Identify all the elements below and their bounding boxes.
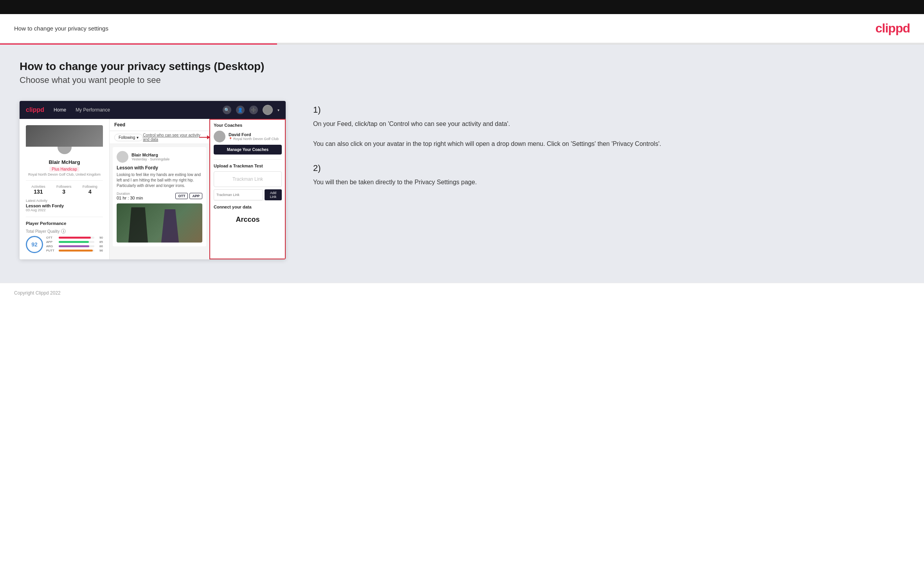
- red-arrow-indicator: [199, 135, 210, 139]
- page-heading: How to change your privacy settings (Des…: [20, 60, 904, 73]
- add-icon[interactable]: ➕: [249, 106, 258, 114]
- trackman-title: Upload a Trackman Test: [214, 164, 282, 168]
- instruction-step-2: 2) You will then be taken directly to th…: [313, 163, 897, 187]
- latest-activity-label: Latest Activity: [26, 199, 103, 203]
- profile-stats: Activities 131 Followers 3 Following 4: [26, 180, 103, 195]
- nav-avatar-chevron: ▾: [277, 108, 279, 112]
- demo-section: clippd Home My Performance 🔍 👤 ➕ ▾: [20, 101, 904, 259]
- post-user-avatar: [117, 151, 128, 163]
- quality-row: 92 OTT 90 APP 85: [26, 236, 103, 253]
- feed-control-row: Following ▾ Control who can see your act…: [110, 131, 209, 144]
- coach-name: David Ford: [229, 132, 279, 137]
- trackman-link-placeholder: Trackman Link: [214, 171, 282, 187]
- copyright-text: Copyright Clippd 2022: [14, 290, 61, 296]
- player-perf-title: Player Performance: [26, 221, 103, 226]
- coach-club: 📍 Royal North Devon Golf Club: [229, 137, 279, 141]
- right-panel-wrapper: Your Coaches David Ford 📍 Royal North De…: [209, 119, 286, 259]
- instructions-panel: 1) On your Feed, click/tap on 'Control w…: [305, 101, 904, 205]
- profile-club: Royal North Devon Golf Club, United King…: [26, 173, 103, 176]
- stat-activities: Activities 131: [31, 185, 45, 195]
- control-privacy-link[interactable]: Control who can see your activity and da…: [143, 133, 205, 142]
- profile-panel: Blair McHarg Plus Handicap Royal North D…: [20, 119, 110, 259]
- duration-row: Duration 01 hr : 30 min OTT APP: [117, 192, 202, 200]
- duration-info: Duration 01 hr : 30 min: [117, 192, 143, 200]
- app-nav-logo: clippd: [26, 106, 44, 113]
- step-1-text: On your Feed, click/tap on 'Control who …: [313, 119, 897, 149]
- tag-ott[interactable]: OTT: [175, 193, 188, 199]
- coach-info: David Ford 📍 Royal North Devon Golf Club: [229, 132, 279, 141]
- post-tags: OTT APP: [175, 193, 202, 199]
- stat-followers: Followers 3: [56, 185, 72, 195]
- add-link-button[interactable]: Add Link: [265, 189, 282, 200]
- post-meta: Yesterday · Sunningdale: [131, 157, 169, 161]
- quality-bars: OTT 90 APP 85 ARG: [46, 236, 103, 253]
- profile-badge: Plus Handicap: [49, 167, 79, 172]
- connect-title: Connect your data: [214, 205, 282, 209]
- bar-arg: ARG 86: [46, 244, 103, 248]
- nav-icons: 🔍 👤 ➕ ▾: [223, 105, 279, 115]
- stat-following: Following 4: [83, 185, 97, 195]
- step-2-text: You will then be taken directly to the P…: [313, 177, 897, 187]
- post-body: Looking to feel like my hands are exitin…: [117, 172, 202, 189]
- bar-ott: OTT 90: [46, 236, 103, 239]
- location-icon: 📍: [229, 137, 232, 141]
- feed-header: Feed: [110, 119, 209, 131]
- instruction-step-1: 1) On your Feed, click/tap on 'Control w…: [313, 105, 897, 149]
- post-user-info: Blair McHarg Yesterday · Sunningdale: [131, 153, 169, 161]
- top-navigation: How to change your privacy settings clip…: [0, 14, 924, 43]
- coaches-section: Your Coaches David Ford 📍 Royal North De…: [214, 123, 282, 155]
- app-nav-bar: clippd Home My Performance 🔍 👤 ➕ ▾: [20, 101, 286, 119]
- latest-activity-name: Lesson with Fordy: [26, 203, 103, 208]
- page-breadcrumb: How to change your privacy settings: [14, 25, 108, 32]
- bar-app: APP 85: [46, 240, 103, 244]
- golfer-silhouette-2: [161, 209, 179, 243]
- tag-app[interactable]: APP: [189, 193, 202, 199]
- nav-item-home[interactable]: Home: [54, 107, 66, 113]
- app-body: Blair McHarg Plus Handicap Royal North D…: [20, 119, 286, 259]
- app-screenshot: clippd Home My Performance 🔍 👤 ➕ ▾: [20, 101, 286, 259]
- quality-score: 92: [26, 236, 43, 253]
- player-performance-section: Player Performance Total Player Quality …: [26, 217, 103, 253]
- coaches-section-title: Your Coaches: [214, 123, 282, 128]
- profile-name: Blair McHarg: [26, 159, 103, 165]
- page-subheading: Choose what you want people to see: [20, 75, 904, 85]
- info-icon: ℹ: [61, 229, 66, 234]
- trackman-section: Upload a Trackman Test Trackman Link Add…: [214, 159, 282, 200]
- post-user-name: Blair McHarg: [131, 153, 169, 157]
- coach-avatar: [214, 131, 225, 142]
- trackman-input-row: Add Link: [214, 189, 282, 200]
- post-user: Blair McHarg Yesterday · Sunningdale: [117, 151, 202, 163]
- feed-panel: Feed Following ▾ Control who can see you…: [110, 119, 209, 259]
- connect-section: Connect your data Arccos: [214, 200, 282, 227]
- trackman-input[interactable]: [214, 189, 263, 200]
- arccos-logo: Arccos: [214, 212, 282, 227]
- nav-avatar[interactable]: [263, 105, 273, 115]
- right-panel: Your Coaches David Ford 📍 Royal North De…: [209, 119, 286, 231]
- golfer-silhouette-1: [128, 207, 148, 243]
- search-icon[interactable]: 🔍: [223, 106, 231, 114]
- step-2-number: 2): [313, 163, 897, 173]
- main-content: How to change your privacy settings (Des…: [0, 45, 924, 283]
- profile-icon[interactable]: 👤: [236, 106, 245, 114]
- post-title: Lesson with Fordy: [117, 165, 202, 171]
- post-image: [117, 203, 202, 243]
- coach-item: David Ford 📍 Royal North Devon Golf Club: [214, 131, 282, 142]
- feed-tab[interactable]: Feed: [114, 122, 125, 128]
- latest-activity-date: 03 Aug 2022: [26, 208, 103, 212]
- chevron-down-icon: ▾: [137, 135, 139, 140]
- manage-coaches-button[interactable]: Manage Your Coaches: [214, 145, 282, 155]
- clippd-logo: clippd: [875, 21, 910, 36]
- profile-cover: [26, 125, 103, 147]
- footer: Copyright Clippd 2022: [0, 283, 924, 303]
- bar-putt: PUTT 96: [46, 249, 103, 252]
- nav-item-performance[interactable]: My Performance: [76, 107, 110, 113]
- step-1-number: 1): [313, 105, 897, 115]
- post-card: Blair McHarg Yesterday · Sunningdale Les…: [113, 147, 206, 246]
- following-button[interactable]: Following ▾: [114, 134, 143, 141]
- black-top-bar: [0, 0, 924, 14]
- total-quality-label: Total Player Quality ℹ: [26, 229, 103, 234]
